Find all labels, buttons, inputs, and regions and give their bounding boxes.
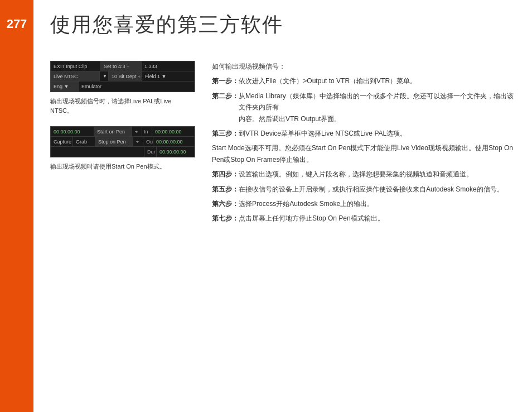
step-4: 第四步： 设置输出选项。例如，键入片段名称，选择您想要采集的视频轨道和音频通道。 — [212, 169, 515, 180]
ui-panel-2: 00:00:00:00 Start on Pen ÷ In 00:00:00:0… — [50, 126, 195, 157]
content-area: EXIT Input Clip Set to 4:3 ÷ 1.333 Live … — [33, 47, 532, 242]
grab-btn[interactable]: Grab — [73, 137, 95, 146]
step-4-content: 设置输出选项。例如，键入片段名称，选择您想要采集的视频轨道和音频通道。 — [239, 169, 515, 180]
field-select[interactable]: Field 1 ▼ — [142, 71, 195, 81]
step-2-label: 第二步： — [212, 90, 239, 124]
left-column: EXIT Input Clip Set to 4:3 ÷ 1.333 Live … — [50, 61, 195, 228]
dropdown-arrow[interactable]: ▼ — [100, 71, 109, 81]
set-to-43[interactable]: Set to 4:3 ÷ — [101, 61, 142, 71]
panel1-row3: Eng ▼ Emulator — [51, 82, 195, 92]
panel2-row2: Capture Grab Stop on Pen ÷ Out 00:00:00:… — [51, 137, 195, 147]
out-label: Out — [143, 137, 153, 146]
divide-btn2[interactable]: ÷ — [133, 137, 143, 146]
step-5: 第五步： 在接收信号的设备上开启录制，或执行相应操作使设备接收来自Autodes… — [212, 184, 515, 195]
stop-on-pen[interactable]: Stop on Pen — [95, 137, 133, 146]
live-ntsc[interactable]: Live NTSC — [51, 71, 100, 81]
panel1-row1: EXIT Input Clip Set to 4:3 ÷ 1.333 — [51, 61, 195, 71]
empty-space — [51, 147, 144, 157]
caption-2: 输出现场视频时请使用Start On Pen模式。 — [50, 162, 195, 171]
start-on-pen[interactable]: Start on Pen — [94, 127, 132, 136]
step-4-label: 第四步： — [212, 169, 239, 180]
ratio-value: 1.333 — [142, 61, 195, 71]
timecode-in-display: 00:00:00:00 — [51, 127, 94, 136]
emulator: Emulator — [79, 82, 195, 92]
step-5-label: 第五步： — [212, 184, 239, 195]
step-7: 第七步： 点击屏幕上任何地方停止Stop On Pen模式输出。 — [212, 213, 515, 224]
step-1-content: 依次进入File（文件）>Output to VTR（输出到VTR）菜单。 — [239, 75, 515, 87]
ui-panel-1: EXIT Input Clip Set to 4:3 ÷ 1.333 Live … — [50, 61, 195, 92]
step-7-content: 点击屏幕上任何地方停止Stop On Pen模式输出。 — [239, 213, 515, 224]
step-6: 第六步： 选择Process开始Autodesk Smoke上的输出。 — [212, 198, 515, 209]
intro-text: 如何输出现场视频信号： — [212, 61, 515, 72]
panel2-row1: 00:00:00:00 Start on Pen ÷ In 00:00:00:0… — [51, 127, 195, 137]
page-number: 277 — [0, 17, 33, 31]
bit-depth[interactable]: 10 Bit Dept ÷ — [109, 71, 142, 81]
start-mode-note: Start Mode选项不可用。您必须在Start On Pen模式下才能使用L… — [212, 142, 515, 165]
dur-timecode: 00:00:00:00 — [157, 147, 195, 157]
step-2-content: 从Media Library（媒体库）中选择输出的一个或多个片段。您还可以选择一… — [239, 90, 515, 124]
step-6-label: 第六步： — [212, 198, 239, 209]
page-title: 使用您喜爱的第三方软件 — [50, 11, 515, 39]
eng-select[interactable]: Eng ▼ — [51, 82, 79, 92]
step-1-label: 第一步： — [212, 75, 239, 87]
panel1-row2: Live NTSC ▼ 10 Bit Dept ÷ Field 1 ▼ — [51, 71, 195, 82]
sidebar-strip — [0, 0, 33, 412]
step-5-content: 在接收信号的设备上开启录制，或执行相应操作使设备接收来自Autodesk Smo… — [239, 184, 515, 195]
panel2-row3: Dur 00:00:00:00 — [51, 147, 195, 157]
main-content: 使用您喜爱的第三方软件 EXIT Input Clip Set to 4:3 ÷… — [33, 0, 532, 412]
out-timecode: 00:00:00:00 — [153, 137, 195, 146]
step-3: 第三步： 到VTR Device菜单框中选择Live NTSC或Live PAL… — [212, 128, 515, 139]
divide-btn[interactable]: ÷ — [132, 127, 142, 136]
in-label: In — [142, 127, 152, 136]
dur-label: Dur — [144, 147, 157, 157]
step-3-label: 第三步： — [212, 128, 239, 139]
exit-input-clip: EXIT Input Clip — [51, 61, 101, 71]
caption-1: 输出现场视频信号时，请选择Live PAL或Live NTSC。 — [50, 97, 195, 115]
right-column: 如何输出现场视频信号： 第一步： 依次进入File（文件）>Output to … — [212, 61, 515, 228]
step-7-label: 第七步： — [212, 213, 239, 224]
step-3-content: 到VTR Device菜单框中选择Live NTSC或Live PAL选项。 — [239, 128, 515, 139]
step-6-content: 选择Process开始Autodesk Smoke上的输出。 — [239, 198, 515, 209]
capture-btn[interactable]: Capture — [51, 137, 73, 146]
step-2: 第二步： 从Media Library（媒体库）中选择输出的一个或多个片段。您还… — [212, 90, 515, 124]
header: 使用您喜爱的第三方软件 — [33, 0, 532, 47]
in-timecode: 00:00:00:00 — [152, 127, 195, 136]
step-1: 第一步： 依次进入File（文件）>Output to VTR（输出到VTR）菜… — [212, 75, 515, 87]
